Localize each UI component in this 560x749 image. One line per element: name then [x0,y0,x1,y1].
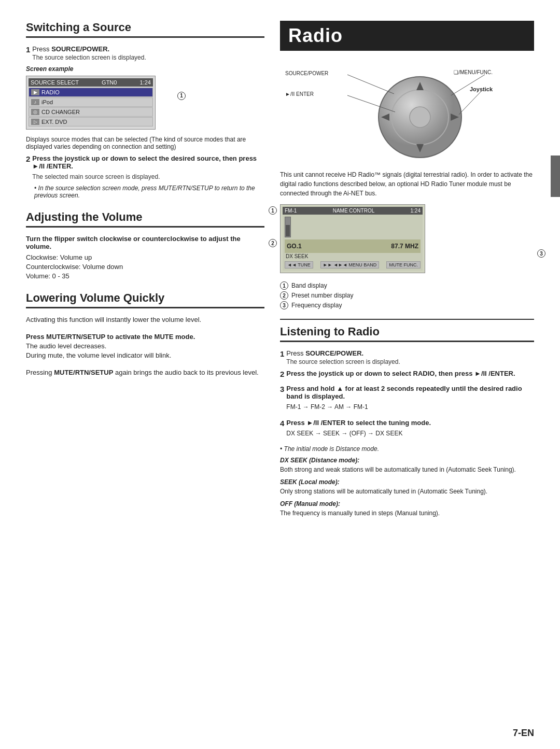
radio-screen-header: FM-1 NAME CONTROL 1:24 [283,207,423,215]
listen-step1-label: Press SOURCE/POWER. [286,349,534,357]
left-column: Switching a Source 1 Press SOURCE/POWER.… [26,21,264,728]
right-column: Radio SOURCE/POWER [280,21,534,728]
radio-header-fm: FM-1 [285,208,297,214]
listen-step2-content: Press the joystick up or down to select … [286,370,534,380]
listen-step2-row: 2 Press the joystick up or down to selec… [280,370,534,380]
listen-step1-num: 1 [280,349,284,358]
lowering-title: Lowering Volume Quickly [26,291,264,308]
radio-screen-container: 1 FM-1 NAME CONTROL 1:24 GO.1 [280,204,534,273]
screen-header-time: 1:24 [140,79,151,86]
svg-point-2 [410,107,430,128]
restore-text: Pressing MUTE/RTN/SETUP again brings the… [26,369,264,376]
svg-line-7 [347,75,394,94]
radio-screen: FM-1 NAME CONTROL 1:24 GO.1 87.7 MHZ [280,204,425,273]
annotation-item-2: 2 Preset number display [280,291,534,300]
tune-btn: ◄◄ TUNE [285,261,313,268]
dx-seek-title: DX SEEK (Distance mode): [280,457,534,464]
annot-num-2: 2 [280,291,288,300]
annot-num-1: 1 [280,281,288,290]
adjusting-section: Adjusting the Volume Turn the flipper sw… [26,210,264,280]
step2-sub: The selected main source screen is displ… [32,173,264,180]
annotation-circled-1: 1 [177,91,186,100]
vol-bar [285,217,291,237]
step2-row: 2 Press the joystick up or down to selec… [26,154,264,180]
radio-title: Radio [280,21,534,51]
listen-step4-num: 4 [280,419,284,428]
cw-text: Clockwise: Volume up [26,253,264,261]
screen-annotation-1: 1 [269,206,277,215]
listen-step4-seq: DX SEEK → SEEK → (OFF) → DX SEEK [286,430,534,437]
step2-content: Press the joystick up or down to select … [32,154,264,180]
screen-header-left: SOURCE SELECT [31,79,79,86]
svg-line-9 [451,75,485,95]
step2-number: 2 [26,154,30,163]
dx-seek-text: Both strong and weak stations will be au… [280,465,534,474]
listen-step1-row: 1 Press SOURCE/POWER. The source selecti… [280,349,534,365]
off-title: OFF (Manual mode): [280,500,534,507]
step2-label: Press the joystick up or down to select … [32,154,264,170]
step1-bold: SOURCE/POWER. [51,45,109,53]
bullet-note: • The initial mode is Distance mode. [280,445,534,453]
listen-step2-num: 2 [280,370,284,378]
italic-note: • In the source selection screen mode, p… [34,185,264,199]
screen-row-ipod: ♪ iPod [29,97,153,107]
listen-step3-row: 3 Press and hold ▲ for at least 2 second… [280,385,534,415]
ipod-icon: ♪ [31,99,39,105]
vol-range: Volume: 0 - 35 [26,272,264,280]
annot-num-3: 3 [280,301,288,309]
freq-label: 87.7 MHZ [391,243,418,250]
radio-header-time: 1:24 [411,208,421,214]
mute-blink: During mute, the volume level indicator … [26,351,264,359]
annotation-item-3: 3 Frequency display [280,301,534,309]
press-mute-label: Press MUTE/RTN/SETUP to activate the MUT… [26,333,264,341]
off-text: The frequency is manually tuned in steps… [280,508,534,518]
seek-title: SEEK (Local mode): [280,478,534,486]
svg-line-10 [459,90,482,115]
radio-icon: ▶ [31,89,39,95]
listen-step3-num: 3 [280,385,284,393]
sidebar-tab [551,156,560,197]
device-svg [280,60,498,164]
vol-indicator-row [285,217,421,237]
screen-wrapper: SOURCE SELECT GTN0 1:24 ▶ RADIO ♪ iPod [26,76,171,130]
listen-step1-sub: The source selection screen is displayed… [286,358,534,365]
screen-row-radio: ▶ RADIO [29,88,153,97]
step1-sub: The source selection screen is displayed… [32,54,264,61]
listen-step3-content: Press and hold ▲ for at least 2 seconds … [286,385,534,415]
listening-section: Listening to Radio 1 Press SOURCE/POWER.… [280,325,534,518]
screen-spacer [293,217,421,237]
adjusting-title: Adjusting the Volume [26,210,264,228]
listen-step3-seq: FM-1 → FM-2 → AM → FM-1 [286,403,534,411]
device-note: This unit cannot receive HD Radio™ signa… [280,170,534,198]
screen-example-label: Screen example [26,65,264,73]
radio-freq-display: GO.1 87.7 MHZ [285,239,421,253]
screen-annotation-2: 2 [269,239,277,247]
switching-title: Switching a Source [26,21,264,38]
step1-number: 1 [26,45,30,54]
ccw-text: Counterclockwise: Volume down [26,263,264,271]
screen-header: SOURCE SELECT GTN0 1:24 [29,78,153,87]
annotation-item-1: 1 Band display [280,281,534,290]
mute-btn-label: MUTE/RTN/SETUP [46,333,105,341]
screen-header-tag: GTN0 [102,79,117,86]
adjusting-intro: Turn the flipper switch clockwise or cou… [26,235,264,250]
lowering-section: Lowering Volume Quickly Activating this … [26,291,264,376]
dvd-icon: ▷ [31,119,39,125]
radio-screen-body: GO.1 87.7 MHZ DX SEEK ◄◄ TUNE ►► ◄►◄ MEN… [283,215,423,271]
annotation1-text: Displays source modes that can be select… [26,136,264,150]
annot-text-2: Preset number display [291,292,353,299]
menu-func-label: ❑/MENU/FUNC. [454,69,493,75]
menu-band-btn: ►► ◄►◄ MENU BAND [320,261,380,268]
annotation-list: 1 Band display 2 Preset number display 3… [280,281,534,309]
section-divider [280,319,534,320]
screen-row-cd: ◎ CD CHANGER [29,107,153,117]
cd-icon: ◎ [31,109,39,115]
seek-modes: DX SEEK (Distance mode): Both strong and… [280,457,534,518]
listen-step4-label: Press ►/II /ENTER to select the tuning m… [286,419,534,427]
go1-label: GO.1 [287,243,302,250]
enter-label: ►/II ENTER [285,91,314,97]
screen-row-dvd: ▷ EXT. DVD [29,117,153,126]
radio-header-name: NAME CONTROL [333,208,375,214]
seek-text: Only strong stations will be automatical… [280,487,534,496]
listening-title: Listening to Radio [280,325,534,342]
